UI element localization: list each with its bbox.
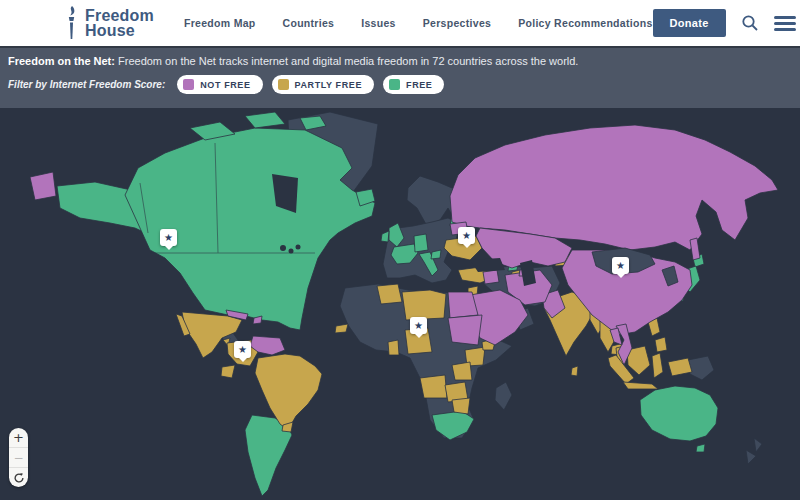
menu-icon[interactable] [774,16,796,31]
map-marker-ukraine[interactable]: ★ [458,227,475,244]
map-marker-united-states[interactable]: ★ [160,229,177,246]
banner-text: Freedom on the Net tracks internet and d… [118,55,578,67]
world-map-container: ★★★★★ + − [0,108,800,500]
nav-freedom-map[interactable]: Freedom Map [184,17,256,29]
free-label: FREE [406,80,432,90]
nav-perspectives[interactable]: Perspectives [423,17,491,29]
logo-line1: Freedom [85,8,154,23]
not-free-swatch-icon [183,79,194,90]
free-swatch-icon [389,79,400,90]
map-zoom-control: + − [9,428,28,487]
map-marker-nigeria[interactable]: ★ [410,317,427,334]
banner-title: Freedom on the Net: [8,55,115,67]
nav-policy-recommendations[interactable]: Policy Recommendations [518,17,652,29]
partly-free-swatch-icon [278,79,289,90]
reset-zoom-icon [13,472,25,484]
filter-label: Filter by Internet Freedom Score: [8,79,165,90]
filter-free[interactable]: FREE [383,75,444,94]
donate-button[interactable]: Donate [653,9,726,37]
map-subheader: Freedom on the Net: Freedom on the Net t… [0,46,800,108]
filter-bar: Filter by Internet Freedom Score: NOT FR… [8,75,792,94]
main-nav: Freedom Map Countries Issues Perspective… [184,17,653,29]
star-marker-icon: ★ [164,233,173,243]
world-map[interactable] [0,108,800,500]
partly-free-label: PARTLY FREE [295,80,362,90]
map-marker-colombia[interactable]: ★ [234,341,251,358]
zoom-in-button[interactable]: + [9,428,28,447]
banner: Freedom on the Net: Freedom on the Net t… [8,54,792,68]
torch-icon [62,6,80,40]
filter-not-free[interactable]: NOT FREE [177,75,262,94]
not-free-label: NOT FREE [200,80,250,90]
reset-zoom-button[interactable] [9,468,28,487]
map-marker-mongolia[interactable]: ★ [612,257,629,274]
nav-countries[interactable]: Countries [283,17,335,29]
freedom-house-logo[interactable]: Freedom House [62,6,154,40]
star-marker-icon: ★ [238,345,247,355]
star-marker-icon: ★ [616,261,625,271]
search-icon[interactable] [741,14,759,32]
star-marker-icon: ★ [462,231,471,241]
star-marker-icon: ★ [414,321,423,331]
nav-issues[interactable]: Issues [361,17,396,29]
zoom-out-button[interactable]: − [9,448,28,467]
logo-line2: House [85,23,154,38]
site-header: Freedom House Freedom Map Countries Issu… [0,0,800,46]
filter-partly-free[interactable]: PARTLY FREE [272,75,374,94]
